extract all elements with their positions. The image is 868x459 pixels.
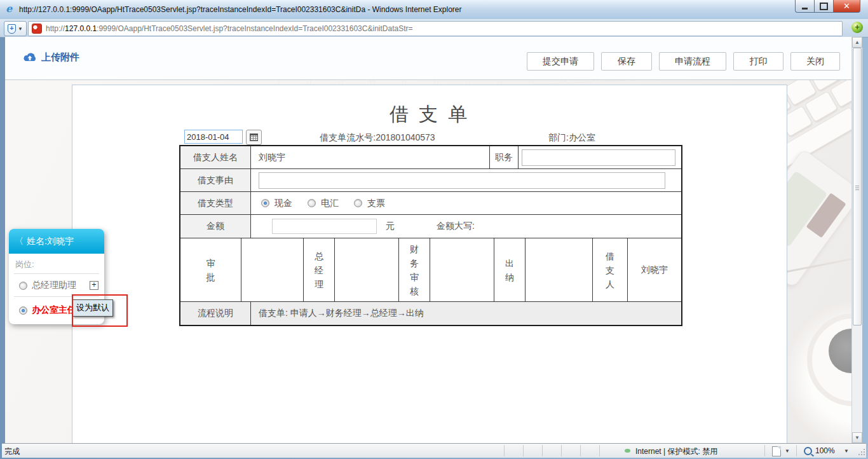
minimize-button[interactable] [795,0,815,13]
submit-application-button[interactable]: 提交申请 [527,52,594,71]
shield-plus-icon: + [8,24,16,34]
zoom-level[interactable]: 100% [815,446,835,455]
status-text: 完成 [4,446,20,457]
expand-plus-icon[interactable]: + [90,281,98,290]
upload-attachment-link[interactable]: 上传附件 [22,51,79,64]
chevron-down-icon: ▼ [18,26,23,32]
scroll-up-icon[interactable]: ▲ [852,37,862,48]
divider [14,273,99,274]
popup-header-name: 姓名:刘晓宇 [27,236,74,247]
page-toolbar: 上传附件 提交申请 保存 申请流程 打印 关闭 [5,37,851,80]
form-table: 借支人姓名 刘晓宇 职务 借支事由 [179,145,682,326]
table-row: 借支人姓名 刘晓宇 职务 [180,146,681,169]
audit-cashier-label: 出纳 [494,238,526,301]
audit-gm-value [335,238,399,301]
table-row: 借支类型 现金 电汇 支票 [180,192,681,215]
compat-view-icon[interactable] [772,446,781,456]
duty-label: 职务 [490,146,519,168]
radio-wire-label: 电汇 [321,198,339,209]
post-option-assistant-label: 总经理助理 [32,280,76,291]
popup-header: 〈 姓名:刘晓宇 [9,229,104,254]
scrollbar-thumb[interactable] [853,48,862,325]
reason-cell [251,169,681,191]
borrower-name-value: 刘晓宇 [251,146,490,168]
resize-grip[interactable] [857,449,865,456]
globe-icon [623,446,632,455]
amount-unit: 元 [386,221,395,232]
application-flow-button[interactable]: 申请流程 [659,52,726,71]
security-zone-text: Internet | 保护模式: 禁用 [635,446,717,457]
audit-finance-label: 财务审核 [399,238,430,301]
close-icon: ✕ [843,1,850,11]
flow-text: 借支单: 申请人→财务经理→总经理→出纳 [251,302,681,325]
chevron-down-icon[interactable]: ▼ [844,448,849,454]
audit-approve-label: 审批 [180,238,241,301]
maximize-icon [820,3,828,10]
ie-window: e http://127.0.0.1:9999/OAapp/HtTrace050… [0,0,868,459]
radio-cheque-label: 支票 [367,198,385,209]
amount-cell: 元 金额大写: [251,215,681,238]
window-title: http://127.0.0.1:9999/OAapp/HtTrace0503S… [19,5,462,14]
serial-number: 借支单流水号:201801040573 [250,132,505,144]
type-cell: 现金 电汇 支票 [251,192,681,214]
site-favicon [32,24,42,34]
audit-borrower-label: 借支人 [593,238,628,301]
flow-row: 流程说明 借支单: 申请人→财务经理→总经理→出纳 [180,302,681,325]
post-option-assistant[interactable]: 总经理助理 + [19,280,104,291]
audit-row: 审批 总经理 财务审核 出纳 借支人 刘晓宇 [180,238,681,302]
address-bar: + ▼ http://127.0.0.1:9999/OAapp/HtTrace0… [0,19,868,38]
status-bar: 完成 Internet | 保护模式: 禁用 ▼ 100% ▼ [2,443,866,458]
borrower-name-label: 借支人姓名 [180,146,251,168]
go-refresh-icon[interactable]: + [851,22,863,33]
radio-wire[interactable] [308,199,316,207]
flow-label: 流程说明 [180,302,251,325]
radio-cash[interactable] [261,199,269,207]
highlight-annotation [72,294,128,327]
ie-icon: e [6,3,17,15]
page: 上传附件 提交申请 保存 申请流程 打印 关闭 [5,37,851,443]
minimize-icon [802,8,808,10]
page-scrollbar[interactable]: ▲ ▼ [851,37,862,443]
reason-label: 借支事由 [180,169,251,191]
form-title: 借 支 单 [72,102,787,128]
audit-approve-value [241,238,304,301]
upload-attachment-label: 上传附件 [41,51,79,64]
magnifier-icon[interactable] [804,447,812,455]
table-row: 金额 元 金额大写: [180,215,681,238]
audit-cashier-value [526,238,593,301]
type-label: 借支类型 [180,192,251,214]
post-option-director-label: 办公室主任 [32,305,76,316]
post-label: 岗位: [15,259,104,270]
radio-cheque[interactable] [354,199,362,207]
reason-input[interactable] [259,172,665,189]
chevron-left-icon[interactable]: 〈 [15,236,24,247]
chevron-down-icon[interactable]: ▼ [785,448,790,454]
department-label: 部门:办公室 [548,132,595,144]
print-button[interactable]: 打印 [733,52,783,71]
amount-caps-label: 金额大写: [437,221,475,232]
url-text: http://127.0.0.1:9999/OAapp/HtTrace0503S… [46,24,413,33]
radio-cash-label: 现金 [275,198,292,209]
amount-input[interactable] [272,219,377,234]
favorites-add-button[interactable]: + ▼ [4,21,27,36]
scrollbar-grip [855,186,859,190]
maximize-button[interactable] [815,0,834,13]
close-button[interactable]: ✕ [834,0,860,13]
radio-director[interactable] [19,306,27,315]
scroll-down-icon[interactable]: ▼ [852,432,862,443]
audit-finance-value [430,238,494,301]
page-content: 借 支 单 借支单流水号:201801040573 部门:办公室 借支人姓名 刘… [5,79,851,443]
save-button[interactable]: 保存 [601,52,652,71]
duty-cell [519,146,681,168]
address-input[interactable]: http://127.0.0.1:9999/OAapp/HtTrace0503S… [28,21,843,36]
audit-borrower-name: 刘晓宇 [628,238,681,301]
amount-label: 金额 [180,215,251,238]
date-input[interactable] [184,130,243,144]
radio-assistant[interactable] [19,282,27,290]
title-bar: e http://127.0.0.1:9999/OAapp/HtTrace050… [0,0,868,20]
audit-gm-label: 总经理 [304,238,335,301]
duty-input[interactable] [522,149,675,166]
form-panel: 借 支 单 借支单流水号:201801040573 部门:办公室 借支人姓名 刘… [72,85,787,443]
cloud-upload-icon [22,52,37,63]
close-page-button[interactable]: 关闭 [790,52,840,71]
